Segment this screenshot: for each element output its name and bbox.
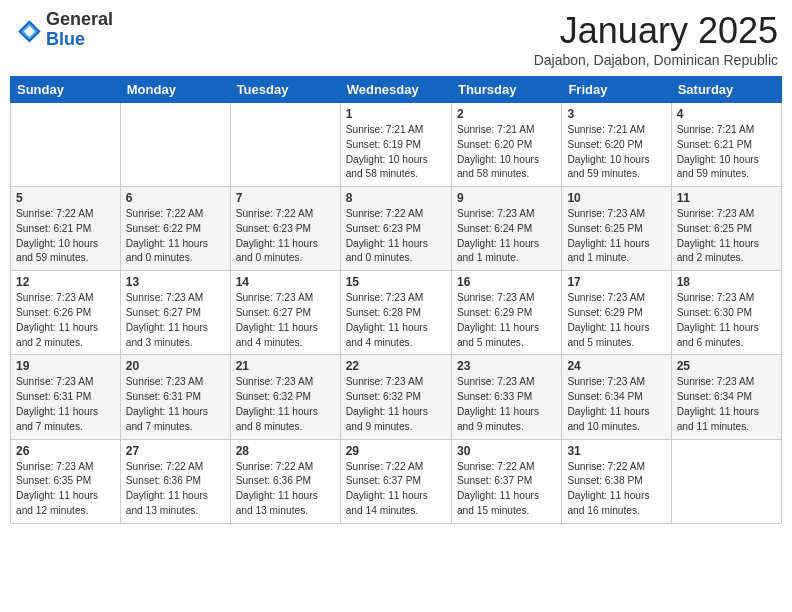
day-info: Sunrise: 7:23 AMSunset: 6:33 PMDaylight:… bbox=[457, 375, 556, 434]
day-number: 18 bbox=[677, 275, 776, 289]
day-cell: 28Sunrise: 7:22 AMSunset: 6:36 PMDayligh… bbox=[230, 439, 340, 523]
day-info: Sunrise: 7:23 AMSunset: 6:35 PMDaylight:… bbox=[16, 460, 115, 519]
week-row-4: 19Sunrise: 7:23 AMSunset: 6:31 PMDayligh… bbox=[11, 355, 782, 439]
location-subtitle: Dajabon, Dajabon, Dominican Republic bbox=[534, 52, 778, 68]
day-info: Sunrise: 7:22 AMSunset: 6:22 PMDaylight:… bbox=[126, 207, 225, 266]
day-number: 4 bbox=[677, 107, 776, 121]
day-number: 22 bbox=[346, 359, 446, 373]
day-number: 25 bbox=[677, 359, 776, 373]
day-number: 15 bbox=[346, 275, 446, 289]
day-cell: 21Sunrise: 7:23 AMSunset: 6:32 PMDayligh… bbox=[230, 355, 340, 439]
day-number: 6 bbox=[126, 191, 225, 205]
logo-text: General Blue bbox=[46, 10, 113, 50]
day-cell: 30Sunrise: 7:22 AMSunset: 6:37 PMDayligh… bbox=[451, 439, 561, 523]
day-cell: 1Sunrise: 7:21 AMSunset: 6:19 PMDaylight… bbox=[340, 103, 451, 187]
day-number: 31 bbox=[567, 444, 665, 458]
weekday-header-thursday: Thursday bbox=[451, 77, 561, 103]
day-number: 17 bbox=[567, 275, 665, 289]
day-number: 26 bbox=[16, 444, 115, 458]
day-info: Sunrise: 7:23 AMSunset: 6:29 PMDaylight:… bbox=[457, 291, 556, 350]
day-cell: 16Sunrise: 7:23 AMSunset: 6:29 PMDayligh… bbox=[451, 271, 561, 355]
day-cell: 19Sunrise: 7:23 AMSunset: 6:31 PMDayligh… bbox=[11, 355, 121, 439]
logo: General Blue bbox=[14, 10, 113, 50]
day-number: 10 bbox=[567, 191, 665, 205]
day-number: 14 bbox=[236, 275, 335, 289]
day-cell: 8Sunrise: 7:22 AMSunset: 6:23 PMDaylight… bbox=[340, 187, 451, 271]
day-number: 5 bbox=[16, 191, 115, 205]
day-info: Sunrise: 7:22 AMSunset: 6:36 PMDaylight:… bbox=[126, 460, 225, 519]
weekday-header-wednesday: Wednesday bbox=[340, 77, 451, 103]
day-number: 24 bbox=[567, 359, 665, 373]
day-number: 8 bbox=[346, 191, 446, 205]
day-number: 1 bbox=[346, 107, 446, 121]
day-info: Sunrise: 7:23 AMSunset: 6:32 PMDaylight:… bbox=[346, 375, 446, 434]
page-header: General Blue January 2025 Dajabon, Dajab… bbox=[10, 10, 782, 68]
month-title: January 2025 bbox=[534, 10, 778, 52]
day-cell bbox=[671, 439, 781, 523]
day-cell: 29Sunrise: 7:22 AMSunset: 6:37 PMDayligh… bbox=[340, 439, 451, 523]
weekday-header-saturday: Saturday bbox=[671, 77, 781, 103]
day-cell: 11Sunrise: 7:23 AMSunset: 6:25 PMDayligh… bbox=[671, 187, 781, 271]
day-info: Sunrise: 7:23 AMSunset: 6:26 PMDaylight:… bbox=[16, 291, 115, 350]
day-info: Sunrise: 7:21 AMSunset: 6:20 PMDaylight:… bbox=[457, 123, 556, 182]
day-number: 30 bbox=[457, 444, 556, 458]
day-cell: 24Sunrise: 7:23 AMSunset: 6:34 PMDayligh… bbox=[562, 355, 671, 439]
day-info: Sunrise: 7:21 AMSunset: 6:20 PMDaylight:… bbox=[567, 123, 665, 182]
weekday-header-friday: Friday bbox=[562, 77, 671, 103]
day-info: Sunrise: 7:22 AMSunset: 6:21 PMDaylight:… bbox=[16, 207, 115, 266]
day-info: Sunrise: 7:23 AMSunset: 6:34 PMDaylight:… bbox=[567, 375, 665, 434]
title-block: January 2025 Dajabon, Dajabon, Dominican… bbox=[534, 10, 778, 68]
day-cell bbox=[11, 103, 121, 187]
day-number: 12 bbox=[16, 275, 115, 289]
day-info: Sunrise: 7:23 AMSunset: 6:25 PMDaylight:… bbox=[677, 207, 776, 266]
day-info: Sunrise: 7:22 AMSunset: 6:37 PMDaylight:… bbox=[457, 460, 556, 519]
day-number: 29 bbox=[346, 444, 446, 458]
day-info: Sunrise: 7:22 AMSunset: 6:23 PMDaylight:… bbox=[236, 207, 335, 266]
week-row-5: 26Sunrise: 7:23 AMSunset: 6:35 PMDayligh… bbox=[11, 439, 782, 523]
logo-blue-text: Blue bbox=[46, 30, 113, 50]
day-cell: 23Sunrise: 7:23 AMSunset: 6:33 PMDayligh… bbox=[451, 355, 561, 439]
week-row-2: 5Sunrise: 7:22 AMSunset: 6:21 PMDaylight… bbox=[11, 187, 782, 271]
day-cell: 27Sunrise: 7:22 AMSunset: 6:36 PMDayligh… bbox=[120, 439, 230, 523]
day-cell: 20Sunrise: 7:23 AMSunset: 6:31 PMDayligh… bbox=[120, 355, 230, 439]
day-cell: 14Sunrise: 7:23 AMSunset: 6:27 PMDayligh… bbox=[230, 271, 340, 355]
weekday-header-monday: Monday bbox=[120, 77, 230, 103]
weekday-header-tuesday: Tuesday bbox=[230, 77, 340, 103]
day-cell: 18Sunrise: 7:23 AMSunset: 6:30 PMDayligh… bbox=[671, 271, 781, 355]
day-cell: 3Sunrise: 7:21 AMSunset: 6:20 PMDaylight… bbox=[562, 103, 671, 187]
day-cell bbox=[120, 103, 230, 187]
day-cell bbox=[230, 103, 340, 187]
day-cell: 5Sunrise: 7:22 AMSunset: 6:21 PMDaylight… bbox=[11, 187, 121, 271]
day-info: Sunrise: 7:23 AMSunset: 6:31 PMDaylight:… bbox=[16, 375, 115, 434]
day-cell: 2Sunrise: 7:21 AMSunset: 6:20 PMDaylight… bbox=[451, 103, 561, 187]
day-cell: 17Sunrise: 7:23 AMSunset: 6:29 PMDayligh… bbox=[562, 271, 671, 355]
day-number: 27 bbox=[126, 444, 225, 458]
day-number: 11 bbox=[677, 191, 776, 205]
day-cell: 4Sunrise: 7:21 AMSunset: 6:21 PMDaylight… bbox=[671, 103, 781, 187]
day-info: Sunrise: 7:22 AMSunset: 6:37 PMDaylight:… bbox=[346, 460, 446, 519]
day-number: 23 bbox=[457, 359, 556, 373]
day-info: Sunrise: 7:22 AMSunset: 6:36 PMDaylight:… bbox=[236, 460, 335, 519]
day-info: Sunrise: 7:23 AMSunset: 6:31 PMDaylight:… bbox=[126, 375, 225, 434]
day-info: Sunrise: 7:22 AMSunset: 6:23 PMDaylight:… bbox=[346, 207, 446, 266]
day-number: 7 bbox=[236, 191, 335, 205]
weekday-header-row: SundayMondayTuesdayWednesdayThursdayFrid… bbox=[11, 77, 782, 103]
day-cell: 9Sunrise: 7:23 AMSunset: 6:24 PMDaylight… bbox=[451, 187, 561, 271]
day-info: Sunrise: 7:22 AMSunset: 6:38 PMDaylight:… bbox=[567, 460, 665, 519]
day-cell: 15Sunrise: 7:23 AMSunset: 6:28 PMDayligh… bbox=[340, 271, 451, 355]
day-cell: 31Sunrise: 7:22 AMSunset: 6:38 PMDayligh… bbox=[562, 439, 671, 523]
day-info: Sunrise: 7:23 AMSunset: 6:30 PMDaylight:… bbox=[677, 291, 776, 350]
day-info: Sunrise: 7:23 AMSunset: 6:24 PMDaylight:… bbox=[457, 207, 556, 266]
day-info: Sunrise: 7:23 AMSunset: 6:27 PMDaylight:… bbox=[126, 291, 225, 350]
day-info: Sunrise: 7:23 AMSunset: 6:28 PMDaylight:… bbox=[346, 291, 446, 350]
calendar-table: SundayMondayTuesdayWednesdayThursdayFrid… bbox=[10, 76, 782, 524]
day-info: Sunrise: 7:23 AMSunset: 6:25 PMDaylight:… bbox=[567, 207, 665, 266]
day-info: Sunrise: 7:23 AMSunset: 6:27 PMDaylight:… bbox=[236, 291, 335, 350]
day-cell: 10Sunrise: 7:23 AMSunset: 6:25 PMDayligh… bbox=[562, 187, 671, 271]
day-cell: 25Sunrise: 7:23 AMSunset: 6:34 PMDayligh… bbox=[671, 355, 781, 439]
week-row-3: 12Sunrise: 7:23 AMSunset: 6:26 PMDayligh… bbox=[11, 271, 782, 355]
day-cell: 12Sunrise: 7:23 AMSunset: 6:26 PMDayligh… bbox=[11, 271, 121, 355]
logo-icon bbox=[14, 16, 42, 44]
day-number: 19 bbox=[16, 359, 115, 373]
day-info: Sunrise: 7:23 AMSunset: 6:34 PMDaylight:… bbox=[677, 375, 776, 434]
